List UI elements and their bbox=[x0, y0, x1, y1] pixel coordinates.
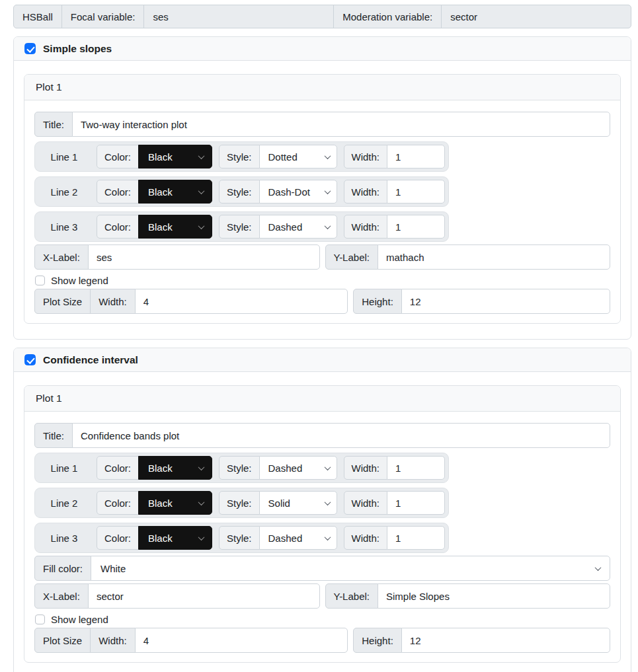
line-width-input[interactable] bbox=[387, 145, 445, 168]
color-group: Color: Black bbox=[97, 526, 212, 550]
style-group: Style: Dashed bbox=[219, 215, 337, 239]
section-body: Plot 1 Title: Line 1 Color: Black bbox=[14, 372, 631, 672]
section-header: Simple slopes bbox=[14, 37, 631, 61]
color-select-value: Black bbox=[148, 498, 173, 509]
show-legend-checkbox[interactable] bbox=[35, 276, 45, 285]
plot-size-row: Plot Size Width: Height: bbox=[34, 628, 610, 653]
size-height-label: Height: bbox=[353, 289, 402, 314]
x-label: X-Label: bbox=[34, 583, 89, 609]
width-label: Width: bbox=[344, 456, 388, 480]
line-row-2: Line 2 Color: Black Style: Dash-Dot bbox=[34, 176, 449, 207]
show-legend-label: Show legend bbox=[51, 275, 108, 286]
color-label: Color: bbox=[97, 180, 139, 204]
section-checkbox[interactable] bbox=[24, 354, 36, 365]
size-width-input[interactable] bbox=[135, 628, 348, 653]
width-group: Width: bbox=[344, 215, 446, 239]
line-style-select[interactable]: Dashed bbox=[259, 456, 337, 480]
width-group: Width: bbox=[344, 180, 446, 204]
color-select-value: Black bbox=[148, 221, 173, 233]
x-label-input[interactable] bbox=[88, 583, 320, 609]
plot-card-body: Title: Line 1 Color: Black Style: bbox=[24, 100, 620, 323]
section-title: Simple slopes bbox=[43, 43, 112, 55]
width-label: Width: bbox=[344, 526, 388, 550]
width-group: Width: bbox=[344, 145, 446, 168]
style-group: Style: Dashed bbox=[219, 456, 337, 480]
line-color-select[interactable]: Black bbox=[138, 180, 212, 204]
size-width-input[interactable] bbox=[135, 289, 348, 314]
section-checkbox[interactable] bbox=[24, 43, 36, 54]
style-group: Style: Dotted bbox=[219, 145, 337, 168]
y-label: Y-Label: bbox=[325, 244, 379, 270]
plot-title-label: Title: bbox=[34, 423, 73, 448]
fill-color-select[interactable]: White bbox=[91, 556, 610, 581]
color-label: Color: bbox=[97, 526, 139, 550]
plot-size-width-group: Plot Size Width: bbox=[34, 628, 348, 653]
line-width-input[interactable] bbox=[387, 456, 445, 480]
plot-card-header: Plot 1 bbox=[24, 75, 620, 100]
style-group: Style: Solid bbox=[219, 491, 337, 515]
color-select-value: Black bbox=[148, 533, 173, 544]
y-label-group: Y-Label: bbox=[325, 244, 611, 270]
line-style-select[interactable]: Solid bbox=[259, 491, 337, 515]
color-group: Color: Black bbox=[97, 491, 212, 515]
x-label-input[interactable] bbox=[88, 244, 320, 270]
focal-variable-label: Focal variable: bbox=[61, 5, 145, 28]
plot-size-height-group: Height: bbox=[353, 289, 610, 314]
line-color-select[interactable]: Black bbox=[138, 456, 212, 480]
section-body: Plot 1 Title: Line 1 Color: Black bbox=[14, 61, 631, 339]
line-style-select[interactable]: Dashed bbox=[259, 526, 337, 550]
width-label: Width: bbox=[344, 215, 388, 239]
chevron-down-icon bbox=[198, 153, 205, 159]
fill-color-value: White bbox=[100, 563, 126, 574]
line-style-select[interactable]: Dash-Dot bbox=[259, 180, 337, 204]
color-label: Color: bbox=[97, 145, 139, 168]
color-group: Color: Black bbox=[97, 215, 212, 239]
width-label: Width: bbox=[344, 180, 388, 204]
line-style-select[interactable]: Dashed bbox=[259, 215, 337, 239]
chevron-down-icon bbox=[595, 564, 602, 571]
line-width-input[interactable] bbox=[387, 180, 445, 204]
chevron-down-icon bbox=[324, 534, 331, 541]
size-height-input[interactable] bbox=[401, 628, 610, 653]
line-row-1: Line 1 Color: Black Style: Dashed bbox=[34, 453, 449, 483]
plot-size-row: Plot Size Width: Height: bbox=[34, 289, 610, 314]
size-width-label: Width: bbox=[90, 289, 136, 314]
plot-title-group: Title: bbox=[34, 423, 610, 448]
y-label-group: Y-Label: bbox=[325, 583, 611, 609]
line-width-input[interactable] bbox=[387, 526, 445, 550]
moderation-variable-input[interactable] bbox=[441, 5, 631, 28]
x-label-group: X-Label: bbox=[34, 583, 320, 609]
line-color-select[interactable]: Black bbox=[138, 526, 212, 550]
line-name: Line 3 bbox=[38, 533, 90, 544]
line-row-2: Line 2 Color: Black Style: Solid bbox=[34, 488, 449, 518]
line-width-input[interactable] bbox=[387, 491, 445, 515]
chevron-down-icon bbox=[324, 464, 331, 470]
style-label: Style: bbox=[219, 456, 260, 480]
line-color-select[interactable]: Black bbox=[138, 215, 212, 239]
line-style-select[interactable]: Dotted bbox=[259, 145, 337, 168]
plot-card: Plot 1 Title: Line 1 Color: Black bbox=[24, 385, 621, 663]
line-row-1: Line 1 Color: Black Style: Dotted bbox=[34, 141, 449, 172]
focal-variable-input[interactable] bbox=[143, 5, 334, 28]
style-label: Style: bbox=[219, 526, 260, 550]
width-group: Width: bbox=[344, 491, 446, 515]
chevron-down-icon bbox=[324, 153, 331, 159]
y-label-input[interactable] bbox=[378, 244, 610, 270]
plot-title-input[interactable] bbox=[72, 423, 610, 448]
app-toolbar: HSBall Focal variable: Moderation variab… bbox=[13, 5, 631, 28]
axis-labels-row: X-Label: Y-Label: bbox=[34, 244, 610, 270]
plot-title-input[interactable] bbox=[72, 112, 610, 137]
y-label-input[interactable] bbox=[378, 583, 610, 609]
style-select-value: Dashed bbox=[268, 463, 303, 474]
size-height-input[interactable] bbox=[401, 289, 610, 314]
x-label-group: X-Label: bbox=[34, 244, 320, 270]
line-color-select[interactable]: Black bbox=[138, 145, 212, 168]
line-name: Line 2 bbox=[38, 498, 90, 509]
line-width-input[interactable] bbox=[387, 215, 445, 239]
style-select-value: Dashed bbox=[268, 221, 303, 233]
line-color-select[interactable]: Black bbox=[138, 491, 212, 515]
section-simple-slopes: Simple slopes Plot 1 Title: Line 1 Color… bbox=[13, 36, 631, 340]
show-legend-checkbox[interactable] bbox=[35, 615, 45, 624]
width-label: Width: bbox=[344, 145, 388, 168]
line-row-3: Line 3 Color: Black Style: Dashed bbox=[34, 211, 449, 242]
